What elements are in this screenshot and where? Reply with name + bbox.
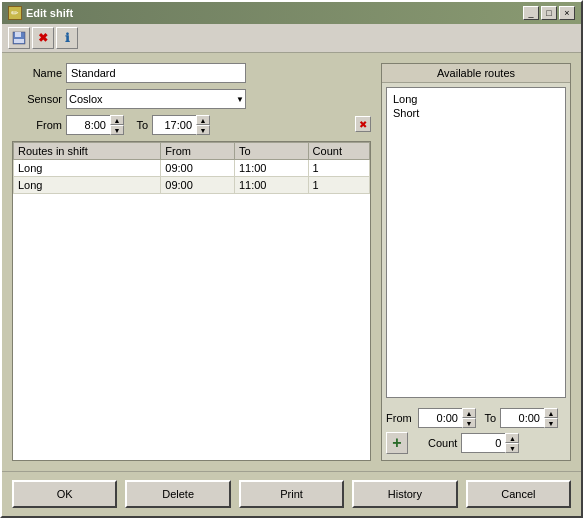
right-bottom-controls: From ▲ ▼ To ▲ bbox=[382, 402, 570, 460]
delete-icon: ✖ bbox=[38, 31, 48, 45]
from-input[interactable] bbox=[66, 115, 111, 135]
from-spinner: ▲ ▼ bbox=[66, 115, 124, 135]
count-up-button[interactable]: ▲ bbox=[505, 433, 519, 443]
to-cell: 11:00 bbox=[234, 177, 308, 194]
to-spinner-btns: ▲ ▼ bbox=[196, 115, 210, 135]
svg-rect-2 bbox=[14, 39, 24, 43]
from-label: From bbox=[12, 119, 62, 131]
right-from-up-button[interactable]: ▲ bbox=[462, 408, 476, 418]
right-from-down-button[interactable]: ▼ bbox=[462, 418, 476, 428]
right-to-spinner: ▲ ▼ bbox=[500, 408, 558, 428]
route-list-item[interactable]: Short bbox=[391, 106, 561, 120]
count-cell: 1 bbox=[308, 177, 369, 194]
add-route-button[interactable]: + bbox=[386, 432, 408, 454]
left-panel: Name Sensor Coslox From ▲ bbox=[12, 63, 371, 461]
col-to: To bbox=[234, 143, 308, 160]
svg-rect-1 bbox=[15, 32, 21, 37]
right-panel: Available routes LongShort From ▲ ▼ bbox=[381, 63, 571, 461]
delete-toolbar-button[interactable]: ✖ bbox=[32, 27, 54, 49]
ok-button[interactable]: OK bbox=[12, 480, 117, 508]
bottom-bar: OK Delete Print History Cancel bbox=[2, 471, 581, 516]
right-from-label: From bbox=[386, 412, 414, 424]
to-label: To bbox=[128, 119, 148, 131]
title-bar: ✏ Edit shift _ □ × bbox=[2, 2, 581, 24]
to-down-button[interactable]: ▼ bbox=[196, 125, 210, 135]
count-btns: ▲ ▼ bbox=[505, 433, 519, 453]
window-title: Edit shift bbox=[26, 7, 73, 19]
right-add-count-row: + Count ▲ ▼ bbox=[386, 432, 566, 454]
count-spinner: ▲ ▼ bbox=[461, 433, 519, 453]
route-cell: Long bbox=[14, 160, 161, 177]
available-routes-title: Available routes bbox=[382, 64, 570, 83]
maximize-button[interactable]: □ bbox=[541, 6, 557, 20]
to-input[interactable] bbox=[152, 115, 197, 135]
routes-table-container: Routes in shift From To Count Long 09:00… bbox=[12, 141, 371, 461]
count-cell: 1 bbox=[308, 160, 369, 177]
title-bar-left: ✏ Edit shift bbox=[8, 6, 73, 20]
save-toolbar-button[interactable] bbox=[8, 27, 30, 49]
right-from-btns: ▲ ▼ bbox=[462, 408, 476, 428]
cancel-button[interactable]: Cancel bbox=[466, 480, 571, 508]
name-row: Name bbox=[12, 63, 371, 83]
table-row: Long 09:00 11:00 1 bbox=[14, 177, 370, 194]
from-up-button[interactable]: ▲ bbox=[110, 115, 124, 125]
to-spinner: ▲ ▼ bbox=[152, 115, 210, 135]
sensor-select[interactable]: Coslox bbox=[66, 89, 246, 109]
save-icon bbox=[12, 31, 26, 45]
window-icon: ✏ bbox=[8, 6, 22, 20]
count-down-button[interactable]: ▼ bbox=[505, 443, 519, 453]
sensor-select-wrapper: Coslox bbox=[66, 89, 246, 109]
table-row: Long 09:00 11:00 1 bbox=[14, 160, 370, 177]
right-to-btns: ▲ ▼ bbox=[544, 408, 558, 428]
col-from: From bbox=[161, 143, 235, 160]
routes-table: Routes in shift From To Count Long 09:00… bbox=[13, 142, 370, 194]
to-cell: 11:00 bbox=[234, 160, 308, 177]
right-to-up-button[interactable]: ▲ bbox=[544, 408, 558, 418]
col-count: Count bbox=[308, 143, 369, 160]
main-content: Name Sensor Coslox From ▲ bbox=[2, 53, 581, 471]
route-cell: Long bbox=[14, 177, 161, 194]
from-cell: 09:00 bbox=[161, 177, 235, 194]
route-list-item[interactable]: Long bbox=[391, 92, 561, 106]
history-button[interactable]: History bbox=[352, 480, 457, 508]
minimize-button[interactable]: _ bbox=[523, 6, 539, 20]
sensor-label: Sensor bbox=[12, 93, 62, 105]
col-routes: Routes in shift bbox=[14, 143, 161, 160]
from-spinner-btns: ▲ ▼ bbox=[110, 115, 124, 135]
count-input[interactable] bbox=[461, 433, 506, 453]
from-cell: 09:00 bbox=[161, 160, 235, 177]
available-routes-box: Available routes LongShort From ▲ ▼ bbox=[381, 63, 571, 461]
print-button[interactable]: Print bbox=[239, 480, 344, 508]
remove-button[interactable]: ✖ bbox=[355, 116, 371, 132]
title-controls: _ □ × bbox=[523, 6, 575, 20]
info-toolbar-button[interactable]: ℹ bbox=[56, 27, 78, 49]
right-to-label: To bbox=[480, 412, 496, 424]
close-button[interactable]: × bbox=[559, 6, 575, 20]
count-label: Count bbox=[428, 437, 457, 449]
edit-shift-window: ✏ Edit shift _ □ × ✖ ℹ Nam bbox=[0, 0, 583, 518]
name-label: Name bbox=[12, 67, 62, 79]
to-up-button[interactable]: ▲ bbox=[196, 115, 210, 125]
from-to-row: From ▲ ▼ To ▲ ▼ ✖ bbox=[12, 115, 371, 135]
sensor-row: Sensor Coslox bbox=[12, 89, 371, 109]
from-down-button[interactable]: ▼ bbox=[110, 125, 124, 135]
name-input[interactable] bbox=[66, 63, 246, 83]
right-to-down-button[interactable]: ▼ bbox=[544, 418, 558, 428]
right-from-input[interactable] bbox=[418, 408, 463, 428]
delete-button[interactable]: Delete bbox=[125, 480, 230, 508]
right-from-spinner: ▲ ▼ bbox=[418, 408, 476, 428]
right-from-row: From ▲ ▼ To ▲ bbox=[386, 408, 566, 428]
info-icon: ℹ bbox=[65, 31, 70, 45]
toolbar: ✖ ℹ bbox=[2, 24, 581, 53]
right-to-input[interactable] bbox=[500, 408, 545, 428]
available-routes-list[interactable]: LongShort bbox=[386, 87, 566, 398]
